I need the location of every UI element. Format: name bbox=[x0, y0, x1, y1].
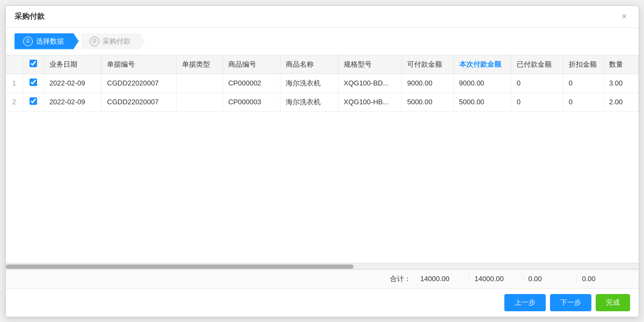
main-dialog: 采购付款 × ① 选择数据 ② 采购付款 bbox=[5, 5, 639, 317]
col-header-order: 单据编号 bbox=[102, 55, 177, 74]
cell-payable: 5000.00 bbox=[401, 92, 453, 111]
select-all-checkbox[interactable] bbox=[30, 60, 37, 67]
cell-paid: 0 bbox=[511, 92, 563, 111]
col-header-check[interactable] bbox=[23, 55, 44, 74]
cell-check[interactable] bbox=[23, 92, 44, 111]
cell-paid: 0 bbox=[511, 74, 563, 92]
scroll-thumb bbox=[6, 264, 354, 269]
col-header-disc: 折扣金额 bbox=[563, 55, 603, 74]
summary-values: 14000.00 14000.00 0.00 0.00 bbox=[415, 275, 630, 283]
step-2[interactable]: ② 采购付款 bbox=[81, 33, 146, 49]
close-button[interactable]: × bbox=[618, 11, 629, 22]
cell-date: 2022-02-09 bbox=[44, 92, 101, 111]
row-checkbox[interactable] bbox=[30, 97, 37, 105]
cell-pname: 海尔洗衣机 bbox=[280, 92, 338, 111]
summary-paid: 0.00 bbox=[523, 275, 576, 283]
summary-payable: 14000.00 bbox=[415, 275, 469, 283]
steps-bar: ① 选择数据 ② 采购付款 bbox=[6, 28, 639, 55]
finish-button[interactable]: 完成 bbox=[596, 294, 630, 311]
cell-thispay: 9000.00 bbox=[453, 74, 511, 92]
summary-thispay: 14000.00 bbox=[469, 275, 523, 283]
cell-pcode: CP000003 bbox=[222, 92, 280, 111]
cell-check[interactable] bbox=[23, 74, 44, 92]
col-header-spec: 规格型号 bbox=[338, 55, 401, 74]
cell-disc: 0 bbox=[563, 74, 603, 92]
cell-order: CGDD22020007 bbox=[102, 92, 177, 111]
prev-button[interactable]: 上一步 bbox=[504, 294, 546, 311]
summary-label: 合计： bbox=[390, 274, 411, 284]
table-row: 2 2022-02-09 CGDD22020007 CP000003 海尔洗衣机… bbox=[6, 92, 639, 111]
dialog-title: 采购付款 bbox=[15, 12, 45, 22]
step-2-num: ② bbox=[90, 37, 99, 46]
col-header-thispay: 本次付款金额 bbox=[453, 55, 511, 74]
col-header-pcode: 商品编号 bbox=[222, 55, 280, 74]
table-row: 1 2022-02-09 CGDD22020007 CP000002 海尔洗衣机… bbox=[6, 74, 639, 92]
col-header-date: 业务日期 bbox=[44, 55, 101, 74]
row-checkbox[interactable] bbox=[30, 78, 37, 86]
step-1-num: ① bbox=[23, 37, 33, 46]
data-table: 业务日期 单据编号 单据类型 商品编号 商品名称 规格型号 可付款金额 本次付款… bbox=[6, 55, 639, 112]
cell-date: 2022-02-09 bbox=[44, 74, 101, 92]
cell-disc: 0 bbox=[563, 92, 603, 111]
col-header-payable: 可付款金额 bbox=[401, 55, 453, 74]
step-2-label: 采购付款 bbox=[103, 37, 131, 46]
cell-pname: 海尔洗衣机 bbox=[280, 74, 338, 92]
cell-rownum: 2 bbox=[6, 92, 23, 111]
summary-disc: 0.00 bbox=[576, 275, 630, 283]
col-header-paid: 已付款金额 bbox=[511, 55, 563, 74]
horizontal-scrollbar[interactable] bbox=[6, 263, 639, 269]
cell-spec: XQG100-BD... bbox=[338, 74, 401, 92]
dialog-header: 采购付款 × bbox=[6, 6, 639, 28]
cell-type bbox=[176, 92, 222, 111]
cell-qty: 3.00 bbox=[603, 74, 638, 92]
cell-qty: 2.00 bbox=[603, 92, 638, 111]
col-header-qty: 数量 bbox=[603, 55, 638, 74]
cell-type bbox=[176, 74, 222, 92]
footer-actions: 上一步 下一步 完成 bbox=[6, 288, 639, 317]
cell-thispay: 5000.00 bbox=[453, 92, 511, 111]
cell-rownum: 1 bbox=[6, 74, 23, 92]
cell-payable: 9000.00 bbox=[401, 74, 453, 92]
step-1-label: 选择数据 bbox=[36, 37, 64, 46]
cell-spec: XQG100-HB... bbox=[338, 92, 401, 111]
col-header-rownum bbox=[6, 55, 23, 74]
footer-summary: 合计： 14000.00 14000.00 0.00 0.00 bbox=[6, 269, 639, 288]
col-header-pname: 商品名称 bbox=[280, 55, 338, 74]
col-header-type: 单据类型 bbox=[176, 55, 222, 74]
step-1[interactable]: ① 选择数据 bbox=[15, 33, 79, 49]
cell-pcode: CP000002 bbox=[222, 74, 280, 92]
table-area: 业务日期 单据编号 单据类型 商品编号 商品名称 规格型号 可付款金额 本次付款… bbox=[6, 55, 639, 263]
cell-order: CGDD22020007 bbox=[102, 74, 177, 92]
next-button[interactable]: 下一步 bbox=[550, 294, 591, 311]
